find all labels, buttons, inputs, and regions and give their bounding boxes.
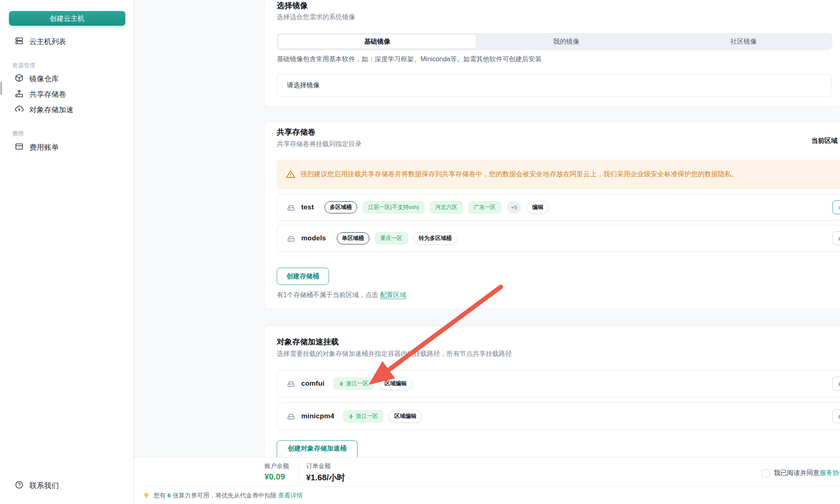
- card-title: 选择镜像: [277, 0, 308, 11]
- region-tag-with-bolt: 浙江一区: [343, 410, 383, 422]
- sidebar-item-billing[interactable]: 费用账单: [0, 140, 134, 155]
- sidebar-item-host-list[interactable]: 云主机列表: [0, 34, 134, 49]
- server-list-icon: [15, 36, 24, 47]
- region-note-text: 有1个存储桶不属于当前区域，点击: [277, 291, 380, 298]
- balance-label: 账户余额: [264, 462, 289, 470]
- row-edge-button-cut[interactable]: 点: [832, 409, 840, 423]
- current-region-header: 当前区域: [811, 137, 840, 145]
- agree-checkbox[interactable]: [762, 469, 770, 477]
- sidebar-item-label: 费用账单: [29, 142, 59, 152]
- region-tag: 河北六区: [430, 201, 463, 213]
- sidebar-item-contact[interactable]: 联系我们: [0, 478, 134, 493]
- help-circle-icon: [15, 480, 24, 491]
- sidebar-section-billing: 费用: [12, 130, 24, 138]
- view-details-link[interactable]: 查看详情: [278, 492, 303, 499]
- credit-card-icon: [15, 142, 24, 153]
- sidebar-item-image-repo[interactable]: 镜像仓库: [0, 71, 134, 87]
- bucket-name: models: [301, 234, 326, 242]
- cloud-lightning-icon: [15, 104, 24, 115]
- shared-storage-card: 共享存储卷 共享存储卷将挂载到指定目录 当前区域 强烈建议您启用挂载共享存储卷并…: [264, 122, 840, 309]
- agree-text: 我已阅读并同意: [774, 469, 820, 476]
- edit-button[interactable]: 编辑: [527, 201, 549, 213]
- card-subtitle: 选择需要挂载的对象存储加速桶并指定容器内的挂载路径，所有节点共享挂载路径: [277, 350, 512, 358]
- sidebar-item-label: 对象存储加速: [29, 105, 73, 115]
- storage-row-test: test 多区域桶 江苏一区(不支持ssh) 河北六区 广东一区 +5 编辑 点: [277, 194, 840, 221]
- region-tag: 广东一区: [469, 201, 501, 213]
- bucket-type-badge: 单区域桶: [337, 232, 369, 244]
- agreement-row: 我已阅读并同意服务协议: [762, 469, 840, 477]
- sidebar-item-shared-volume[interactable]: 共享存储卷: [0, 87, 134, 102]
- image-select-placeholder: 请选择镜像: [287, 81, 320, 90]
- sidebar-item-label: 联系我们: [29, 481, 59, 491]
- sidebar: 创建云主机 云主机列表 资源管理 镜像仓库 共享存储卷: [0, 0, 134, 504]
- create-bucket-button[interactable]: 创建存储桶: [277, 268, 329, 285]
- image-select-card: 选择镜像 选择适合您需求的系统镜像 基础镜像 我的镜像 社区镜像 基础镜像包含常…: [264, 0, 840, 107]
- warning-triangle-icon: [286, 169, 296, 179]
- bucket-type-badge: 多区域桶: [324, 201, 357, 213]
- convert-multi-region-button[interactable]: 转为多区域桶: [413, 232, 457, 244]
- region-edit-button[interactable]: 区域编辑: [379, 377, 412, 390]
- lightning-icon: [349, 414, 354, 419]
- card-subtitle: 共享存储卷将挂载到指定目录: [277, 140, 362, 149]
- card-subtitle: 选择适合您需求的系统镜像: [277, 13, 355, 22]
- sidebar-item-label: 云主机列表: [29, 37, 66, 47]
- configure-region-link[interactable]: 配置区域: [380, 291, 406, 298]
- bottom-bar: 账户余额 ¥0.09 订单金额 ¥1.68/小时 您有 6 张算力券可用，将优先…: [134, 457, 840, 504]
- drive-icon: [287, 379, 296, 388]
- tab-community-image[interactable]: 社区镜像: [655, 33, 833, 50]
- image-description: 基础镜像包含常用基本软件，如：深度学习框架、Miniconda等。如需其他软件可…: [277, 55, 542, 64]
- drive-icon: [287, 203, 296, 212]
- drive-icon: [287, 234, 296, 243]
- region-tag: 江苏一区(不支持ssh): [363, 201, 424, 213]
- card-title: 共享存储卷: [277, 127, 316, 138]
- more-regions-tag[interactable]: +5: [507, 201, 521, 213]
- lightbulb-icon: [143, 492, 150, 499]
- voucher-text: 您有: [153, 492, 167, 499]
- balance-value: ¥0.09: [264, 472, 285, 482]
- region-tag-label: 浙江一区: [346, 380, 368, 387]
- warning-text: 强烈建议您启用挂载共享存储卷并将数据保存到共享存储卷中，您的数据会被安全地存放在…: [300, 170, 738, 179]
- accel-row-minicpm4: minicpm4 浙江一区 区域编辑 点: [277, 402, 840, 430]
- edge-button-partial-label: 点: [838, 413, 840, 420]
- sidebar-section-resources: 资源管理: [12, 62, 35, 69]
- region-tag: 重庆一区: [375, 232, 408, 244]
- lightning-icon: [339, 381, 344, 386]
- edge-button-partial-label: 点: [838, 204, 840, 211]
- edge-button-partial-label: 点: [838, 380, 840, 387]
- order-value: ¥1.68/小时: [306, 472, 345, 483]
- voucher-count: 6: [167, 492, 171, 499]
- region-tag-label: 浙江一区: [356, 413, 378, 420]
- package-icon: [15, 73, 24, 84]
- order-label: 订单金额: [306, 462, 331, 470]
- row-edge-button-cut[interactable]: 点: [832, 377, 840, 391]
- image-select-dropdown[interactable]: 请选择镜像: [277, 74, 831, 97]
- sidebar-item-label: 共享存储卷: [29, 89, 66, 99]
- voucher-note: 您有 6 张算力券可用，将优先从代金券中扣除 查看详情: [143, 492, 303, 500]
- sidebar-item-label: 镜像仓库: [29, 74, 59, 84]
- object-accel-card: 对象存储加速挂载 选择需要挂载的对象存储加速桶并指定容器内的挂载路径，所有节点共…: [264, 326, 840, 465]
- divider: [298, 464, 299, 483]
- region-note: 有1个存储桶不属于当前区域，点击 配置区域: [277, 291, 406, 300]
- upload-share-icon: [15, 89, 24, 100]
- tab-base-image[interactable]: 基础镜像: [278, 35, 476, 49]
- region-edit-button[interactable]: 区域编辑: [389, 410, 422, 422]
- image-tabs: 基础镜像 我的镜像 社区镜像: [277, 33, 832, 50]
- warning-banner: 强烈建议您启用挂载共享存储卷并将数据保存到共享存储卷中，您的数据会被安全地存放在…: [277, 160, 840, 189]
- bucket-name: comfui: [301, 380, 324, 388]
- edge-button-partial-label: 点: [838, 235, 840, 242]
- card-title: 对象存储加速挂载: [277, 337, 339, 347]
- accel-row-comfui: comfui 浙江一区 区域编辑 点: [277, 370, 840, 397]
- bucket-name: minicpm4: [301, 412, 334, 420]
- drive-icon: [287, 412, 296, 421]
- service-agreement-link[interactable]: 服务协议: [820, 469, 840, 476]
- storage-row-models: models 单区域桶 重庆一区 转为多区域桶 点: [277, 225, 840, 252]
- region-tag-with-bolt: 浙江一区: [333, 377, 373, 390]
- tab-my-image[interactable]: 我的镜像: [478, 33, 655, 50]
- sidebar-item-object-storage[interactable]: 对象存储加速: [0, 102, 134, 118]
- divider: [142, 486, 840, 486]
- bucket-name: test: [301, 203, 314, 211]
- row-edge-button-cut[interactable]: 点: [832, 231, 840, 245]
- voucher-text: 张算力券可用，将优先从代金券中扣除: [171, 492, 278, 499]
- row-edge-button-cut[interactable]: 点: [832, 200, 840, 214]
- create-host-button[interactable]: 创建云主机: [9, 11, 125, 26]
